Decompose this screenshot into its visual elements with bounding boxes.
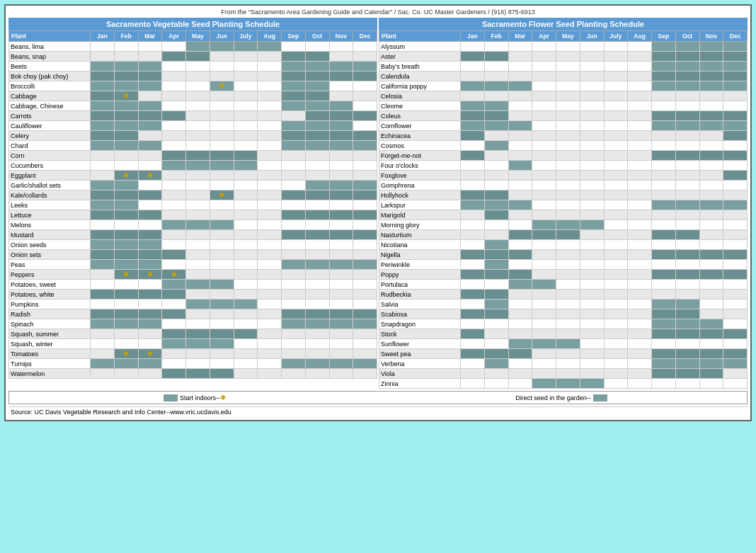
month-cell xyxy=(91,141,115,151)
month-cell xyxy=(604,131,628,141)
month-cell xyxy=(353,42,377,52)
month-cell xyxy=(484,101,508,111)
month-cell xyxy=(305,42,329,52)
month-cell xyxy=(258,52,282,62)
month-cell xyxy=(353,250,377,260)
plant-name: Eggplant xyxy=(9,171,91,181)
month-cell xyxy=(699,240,723,250)
month-cell xyxy=(210,181,234,190)
month-cell xyxy=(461,359,485,369)
month-cell xyxy=(305,319,329,329)
month-cell xyxy=(258,91,282,101)
month-cell xyxy=(258,300,282,309)
month-cell xyxy=(305,260,329,270)
month-cell xyxy=(675,240,699,250)
plant-name: Rudbeckia xyxy=(379,290,461,300)
direct-seed-legend: Direct seed in the garden-- xyxy=(378,392,747,404)
month-cell xyxy=(138,101,162,111)
schedule-grid: Sacramento Vegetable Seed Planting Sched… xyxy=(8,18,748,389)
month-cell xyxy=(234,91,258,101)
month-cell xyxy=(258,111,282,121)
month-cell xyxy=(628,369,652,379)
month-cell xyxy=(282,200,306,210)
month-cell xyxy=(162,280,186,290)
month-cell xyxy=(329,190,353,200)
month-cell xyxy=(282,101,306,111)
month-cell xyxy=(580,349,604,359)
plant-name: Gomphrena xyxy=(379,181,461,190)
plant-name: Leeks xyxy=(9,200,91,210)
month-cell xyxy=(282,300,306,309)
month-cell xyxy=(723,250,748,260)
month-cell xyxy=(258,72,282,81)
month-cell xyxy=(652,210,676,220)
month-cell xyxy=(699,319,723,329)
month-cell xyxy=(258,359,282,369)
month-cell xyxy=(353,101,377,111)
flower-table: Plant Jan Feb Mar Apr May Jun July Aug S… xyxy=(379,30,748,389)
month-cell xyxy=(353,161,377,171)
month-cell xyxy=(532,369,556,379)
month-cell xyxy=(699,300,723,309)
month-cell xyxy=(329,200,353,210)
month-cell xyxy=(114,200,138,210)
month-cell xyxy=(461,260,485,270)
month-cell xyxy=(675,42,699,52)
month-cell xyxy=(258,230,282,240)
month-cell xyxy=(461,369,485,379)
month-cell xyxy=(138,260,162,270)
month-cell xyxy=(580,111,604,121)
month-cell xyxy=(305,200,329,210)
month-cell xyxy=(329,181,353,190)
month-cell xyxy=(580,72,604,81)
month-cell xyxy=(508,300,532,309)
month-cell xyxy=(604,230,628,240)
month-cell xyxy=(138,230,162,240)
month-cell xyxy=(532,230,556,240)
month-cell xyxy=(329,250,353,260)
month-cell xyxy=(628,91,652,101)
month-cell xyxy=(353,260,377,270)
month-cell xyxy=(162,81,186,91)
month-cell xyxy=(138,151,162,161)
month-cell xyxy=(258,319,282,329)
month-cell xyxy=(234,329,258,339)
month-cell xyxy=(138,220,162,230)
month-cell xyxy=(604,379,628,389)
month-cell xyxy=(508,280,532,290)
month-cell xyxy=(138,81,162,91)
month-cell xyxy=(723,379,748,389)
month-cell xyxy=(329,91,353,101)
month-cell xyxy=(91,171,115,181)
month-cell xyxy=(114,230,138,240)
month-cell xyxy=(628,220,652,230)
month-cell xyxy=(508,309,532,319)
month-cell xyxy=(234,151,258,161)
month-cell xyxy=(234,280,258,290)
month-cell xyxy=(138,369,162,379)
month-cell xyxy=(556,131,580,141)
month-cell xyxy=(186,52,210,62)
plant-name: Onion sets xyxy=(9,250,91,260)
month-cell xyxy=(652,339,676,349)
month-cell xyxy=(484,42,508,52)
month-cell xyxy=(723,101,748,111)
month-cell xyxy=(114,260,138,270)
month-cell xyxy=(628,260,652,270)
plant-name: Baby's breath xyxy=(379,62,461,72)
month-cell xyxy=(532,300,556,309)
month-cell xyxy=(508,72,532,81)
month-cell xyxy=(91,181,115,190)
flower-section: Sacramento Flower Seed Planting Schedule… xyxy=(379,18,748,389)
month-cell xyxy=(305,72,329,81)
flower-may: May xyxy=(556,31,580,42)
month-cell xyxy=(210,349,234,359)
month-cell xyxy=(723,230,748,240)
month-cell xyxy=(305,91,329,101)
month-cell xyxy=(604,240,628,250)
month-cell xyxy=(484,339,508,349)
month-cell xyxy=(329,62,353,72)
month-cell xyxy=(210,131,234,141)
month-cell xyxy=(628,181,652,190)
month-cell xyxy=(580,52,604,62)
